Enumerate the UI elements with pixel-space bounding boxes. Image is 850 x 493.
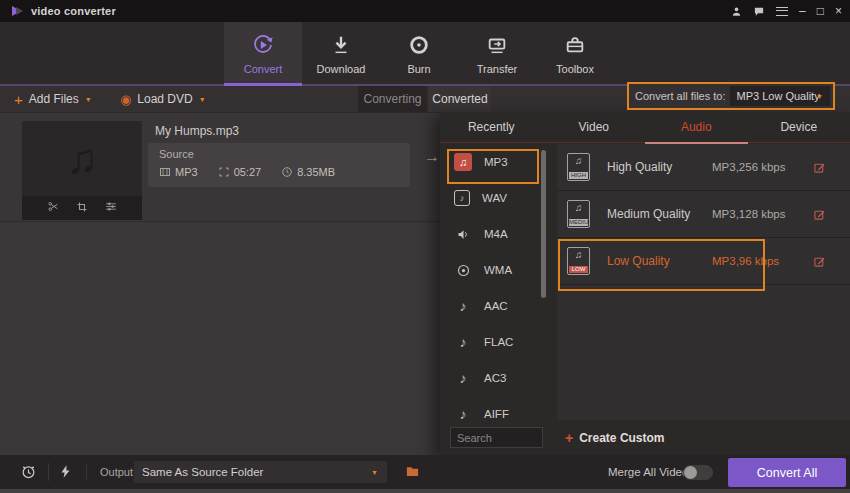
format-selector-panel: Recently Video Audio Device ♫ MP3 ♪ WAV … bbox=[440, 112, 850, 455]
convert-icon bbox=[251, 32, 275, 58]
low-quality-selected-highlight bbox=[558, 239, 765, 291]
music-note-icon: ♫ bbox=[66, 135, 98, 183]
panel-footer: + Create Custom bbox=[440, 420, 850, 455]
tab-burn-label: Burn bbox=[407, 63, 430, 75]
app-logo-icon-shadow bbox=[16, 7, 23, 15]
flac-format-icon: ♪ bbox=[454, 333, 472, 351]
tab-transfer-label: Transfer bbox=[477, 63, 518, 75]
add-files-label: Add Files bbox=[29, 92, 79, 106]
tab-converted[interactable]: Converted bbox=[429, 86, 491, 112]
format-item-flac[interactable]: ♪ FLAC bbox=[440, 324, 547, 360]
dvd-disc-icon: ◉ bbox=[120, 92, 131, 107]
load-dvd-button[interactable]: ◉ Load DVD ▼ bbox=[120, 86, 206, 112]
tab-converting[interactable]: Converting bbox=[358, 86, 427, 112]
convert-all-files-label: Convert all files to: bbox=[635, 90, 725, 102]
merge-all-videos-label: Merge All Videos bbox=[608, 466, 694, 478]
medium-quality-file-icon: ♫ MEDIUM bbox=[567, 200, 590, 228]
clock-icon bbox=[281, 166, 293, 178]
file-size: 8.35MB bbox=[281, 166, 335, 178]
output-label: Output bbox=[100, 466, 133, 478]
divider bbox=[48, 463, 49, 481]
edit-preset-icon[interactable] bbox=[813, 161, 826, 174]
open-folder-icon[interactable] bbox=[404, 464, 421, 483]
output-folder-dropdown[interactable]: Same As Source Folder ▼ bbox=[134, 461, 387, 483]
search-input[interactable] bbox=[450, 427, 543, 448]
output-format-caret-icon: ▼ bbox=[816, 93, 823, 100]
feedback-icon[interactable] bbox=[753, 6, 765, 17]
aiff-format-icon: ♪ bbox=[454, 405, 472, 420]
tab-video[interactable]: Video bbox=[543, 112, 646, 142]
transfer-icon bbox=[486, 32, 508, 58]
menu-icon[interactable] bbox=[776, 7, 788, 16]
schedule-icon[interactable] bbox=[20, 463, 37, 484]
format-item-wma[interactable]: WMA bbox=[440, 252, 547, 288]
title-bar: video converter – □ × bbox=[0, 0, 850, 22]
tab-toolbox[interactable]: Toolbox bbox=[536, 22, 614, 84]
maximize-button[interactable]: □ bbox=[817, 5, 824, 17]
bottom-bar: Output Same As Source Folder ▼ Merge All… bbox=[0, 455, 850, 489]
tab-device[interactable]: Device bbox=[748, 112, 850, 142]
app-title: video converter bbox=[31, 5, 116, 17]
tab-burn[interactable]: Burn bbox=[380, 22, 458, 84]
format-list-scrollbar[interactable] bbox=[541, 150, 546, 298]
file-format: MP3 bbox=[159, 166, 198, 178]
output-folder-caret-icon: ▼ bbox=[371, 469, 378, 476]
format-list: ♫ MP3 ♪ WAV M4A WMA ♪ AAC ♪ FLAC ♪ bbox=[440, 144, 547, 420]
toolbox-icon bbox=[564, 32, 586, 58]
output-folder-value: Same As Source Folder bbox=[142, 466, 263, 478]
download-icon bbox=[330, 32, 352, 58]
add-files-caret-icon[interactable]: ▼ bbox=[85, 96, 92, 103]
source-info-panel: Source MP3 05:27 8.35MB bbox=[148, 143, 410, 187]
plus-icon: + bbox=[14, 91, 23, 108]
window-bottom-edge bbox=[0, 489, 850, 493]
m4a-format-icon bbox=[454, 225, 472, 243]
file-list-item[interactable]: ♫ My Humps.mp3 Source MP3 05:27 8.35MB bbox=[0, 113, 440, 222]
create-custom-button[interactable]: + Create Custom bbox=[565, 430, 665, 446]
tab-download[interactable]: Download bbox=[302, 22, 380, 84]
film-icon bbox=[159, 166, 171, 178]
high-speed-icon[interactable] bbox=[58, 463, 73, 484]
frame-icon bbox=[218, 166, 230, 178]
tab-convert[interactable]: Convert bbox=[224, 22, 302, 84]
load-dvd-caret-icon[interactable]: ▼ bbox=[199, 96, 206, 103]
tab-audio[interactable]: Audio bbox=[645, 112, 748, 142]
format-item-m4a[interactable]: M4A bbox=[440, 216, 547, 252]
effects-icon[interactable] bbox=[104, 199, 118, 217]
tab-recently[interactable]: Recently bbox=[440, 112, 543, 142]
wav-format-icon: ♪ bbox=[454, 190, 470, 206]
tab-transfer[interactable]: Transfer bbox=[458, 22, 536, 84]
quality-row-high[interactable]: ♫ HIGH High Quality MP3,256 kbps bbox=[557, 144, 850, 191]
format-item-aiff[interactable]: ♪ AIFF bbox=[440, 396, 547, 420]
crop-icon[interactable] bbox=[76, 199, 88, 217]
format-category-tabs: Recently Video Audio Device bbox=[440, 112, 850, 143]
convert-all-button[interactable]: Convert All bbox=[728, 458, 846, 487]
tab-convert-label: Convert bbox=[244, 63, 283, 75]
tab-download-label: Download bbox=[317, 63, 366, 75]
edit-preset-icon[interactable] bbox=[813, 255, 826, 268]
format-item-aac[interactable]: ♪ AAC bbox=[440, 288, 547, 324]
quality-row-medium[interactable]: ♫ MEDIUM Medium Quality MP3,128 kbps bbox=[557, 191, 850, 238]
aac-format-icon: ♪ bbox=[454, 297, 472, 315]
minimize-button[interactable]: – bbox=[799, 5, 806, 17]
close-button[interactable]: × bbox=[835, 5, 842, 17]
merge-all-videos-toggle[interactable] bbox=[683, 465, 713, 480]
account-icon[interactable] bbox=[731, 6, 742, 17]
file-duration: 05:27 bbox=[218, 166, 262, 178]
edit-preset-icon[interactable] bbox=[813, 208, 826, 221]
source-label: Source bbox=[159, 148, 194, 160]
add-files-button[interactable]: + Add Files ▼ bbox=[14, 86, 92, 112]
ac3-format-icon: ♪ bbox=[454, 369, 472, 387]
plus-icon: + bbox=[565, 430, 573, 446]
mp3-selected-highlight bbox=[447, 149, 539, 184]
main-nav: Convert Download Burn Transfer Toolbox bbox=[0, 22, 850, 84]
divider bbox=[86, 463, 87, 481]
points-to-panel-arrow-icon: → bbox=[424, 148, 440, 166]
output-format-dropdown[interactable]: MP3 Low Quality ▼ bbox=[730, 86, 830, 106]
format-item-ac3[interactable]: ♪ AC3 bbox=[440, 360, 547, 396]
output-format-value: MP3 Low Quality bbox=[736, 90, 819, 102]
trim-icon[interactable] bbox=[47, 199, 60, 217]
format-item-wav[interactable]: ♪ WAV bbox=[440, 180, 547, 216]
file-thumbnail: ♫ bbox=[22, 121, 142, 196]
load-dvd-label: Load DVD bbox=[137, 92, 192, 106]
high-quality-file-icon: ♫ HIGH bbox=[567, 153, 590, 181]
